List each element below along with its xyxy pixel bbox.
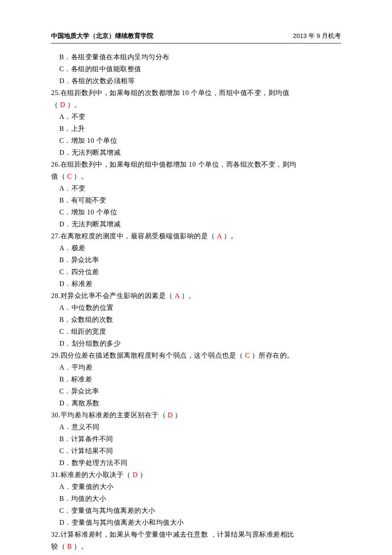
q28-option-d: D．划分组数的多少 bbox=[51, 338, 341, 350]
q30-option-d: D．数学处理方法不同 bbox=[51, 457, 341, 469]
q27-post: ）。 bbox=[222, 232, 238, 240]
q30-post: ） bbox=[173, 411, 182, 419]
q26-line2-pre: 值（ bbox=[51, 173, 67, 180]
q29-option-c: C．异众比率 bbox=[51, 385, 341, 397]
q31-option-a: A．变量值的大小 bbox=[51, 481, 341, 493]
q29-answer: C bbox=[245, 352, 250, 359]
q28-option-b: B．众数组的次数 bbox=[51, 314, 341, 326]
pre-option-c: C．各组的组中值能取整值 bbox=[51, 63, 341, 75]
q27-pre: 27.在离散程度的测度中，最容易受极端值影响的是（ bbox=[51, 232, 217, 240]
q25-line1: 25.在组距数列中，如果每组的次数都增加 10 个单位，而组中值不变，则均值 bbox=[51, 87, 341, 99]
q32-line2: 较（ B ）。 bbox=[51, 541, 341, 552]
q29-post: ）所存在的。 bbox=[250, 352, 294, 359]
pre-option-b: B．各组变量值在本组内呈均匀分布 bbox=[51, 51, 341, 63]
q25-option-a: A．不变 bbox=[51, 111, 341, 123]
q27-option-c: C．四分位差 bbox=[51, 266, 341, 278]
q26-option-a: A．不变 bbox=[51, 182, 341, 194]
q28-option-a: A．中位数的位置 bbox=[51, 302, 341, 314]
q27-stem: 27.在离散程度的测度中，最容易受极端值影响的是（ A ）。 bbox=[51, 230, 341, 242]
q26-line1: 26.在组距数列中，如果每组的组中值都增加 10 个单位，而各组次数不变，则均 bbox=[51, 159, 341, 171]
q25-line2: （ D ）。 bbox=[51, 99, 341, 111]
q32-line2-post: ）。 bbox=[72, 543, 88, 550]
q31-post: ） bbox=[138, 471, 147, 478]
q26-line2-post: ）。 bbox=[72, 173, 88, 180]
q30-pre: 30.平均差与标准差的主要区别在于（ bbox=[51, 411, 168, 419]
q29-option-b: B．标准差 bbox=[51, 373, 341, 385]
q27-answer: A bbox=[217, 232, 222, 240]
q25-option-c: C．增加 10 个单位 bbox=[51, 135, 341, 147]
q25-option-b: B．上升 bbox=[51, 123, 341, 135]
q25-option-d: D．无法判断其增减 bbox=[51, 147, 341, 159]
q28-pre: 28.对异众比率不会产生影响的因素是（ bbox=[51, 292, 175, 299]
header-rule bbox=[51, 43, 341, 43]
q28-stem: 28.对异众比率不会产生影响的因素是（ A ）。 bbox=[51, 290, 341, 302]
q29-option-d: D．离散系数 bbox=[51, 397, 341, 409]
q29-stem: 29.四分位差在描述数据离散程度时有个弱点，这个弱点也是（ C ）所存在的。 bbox=[51, 350, 341, 361]
q26-option-b: B．有可能不变 bbox=[51, 194, 341, 206]
q26-option-d: D．无法判断其增减 bbox=[51, 218, 341, 230]
q32-answer: B bbox=[67, 543, 72, 550]
page-header: 中国地质大学（北京）继续教育学院 2013 年 9 月机考 bbox=[51, 31, 341, 41]
q25-answer: D bbox=[60, 101, 65, 108]
q26-answer: C bbox=[67, 173, 72, 180]
q30-stem: 30.平均差与标准差的主要区别在于（ D ） bbox=[51, 409, 341, 421]
page: 中国地质大学（北京）继续教育学院 2013 年 9 月机考 B．各组变量值在本组… bbox=[0, 0, 392, 555]
q31-option-b: B．均值的大小 bbox=[51, 493, 341, 505]
q28-answer: A bbox=[175, 292, 179, 299]
q29-option-a: A．平均差 bbox=[51, 361, 341, 373]
q30-answer: D bbox=[168, 411, 173, 419]
header-left: 中国地质大学（北京）继续教育学院 bbox=[51, 31, 153, 41]
q30-option-b: B．计算条件不同 bbox=[51, 433, 341, 445]
q27-option-a: A．极差 bbox=[51, 242, 341, 254]
q32-option-a: A．变大 bbox=[51, 552, 341, 555]
q29-pre: 29.四分位差在描述数据离散程度时有个弱点，这个弱点也是（ bbox=[51, 352, 245, 359]
q25-line2-pre: （ bbox=[51, 101, 60, 108]
pre-option-d: D．各组的次数必须相等 bbox=[51, 75, 341, 87]
q31-option-c: C．变量值与其均值离差的大小 bbox=[51, 505, 341, 517]
q25-line2-post: ）。 bbox=[65, 101, 81, 108]
q26-line2: 值（ C ）。 bbox=[51, 171, 341, 182]
q31-stem: 31.标准差的大小取决于（ D ） bbox=[51, 469, 341, 481]
header-right: 2013 年 9 月机考 bbox=[293, 31, 341, 41]
q31-pre: 31.标准差的大小取决于（ bbox=[51, 471, 133, 478]
q32-line2-pre: 较（ bbox=[51, 543, 67, 550]
q30-option-c: C．计算结果不同 bbox=[51, 445, 341, 457]
q28-option-c: C．组距的宽度 bbox=[51, 326, 341, 338]
content: B．各组变量值在本组内呈均匀分布 C．各组的组中值能取整值 D．各组的次数必须相… bbox=[51, 51, 341, 555]
q26-option-c: C．增加 10 个单位 bbox=[51, 206, 341, 218]
q28-post: ）。 bbox=[179, 292, 196, 299]
q27-option-b: B．异众比率 bbox=[51, 254, 341, 266]
q27-option-d: D．标准差 bbox=[51, 278, 341, 290]
q31-option-d: D．变量值与其均值离差大小和均值大小 bbox=[51, 517, 341, 529]
q30-option-a: A．意义不同 bbox=[51, 421, 341, 433]
q32-line1: 32.计算标准差时，如果从每个变量值中减去任意数 ，计算结果与原标准差相比 bbox=[51, 529, 341, 541]
q31-answer: D bbox=[133, 471, 138, 478]
